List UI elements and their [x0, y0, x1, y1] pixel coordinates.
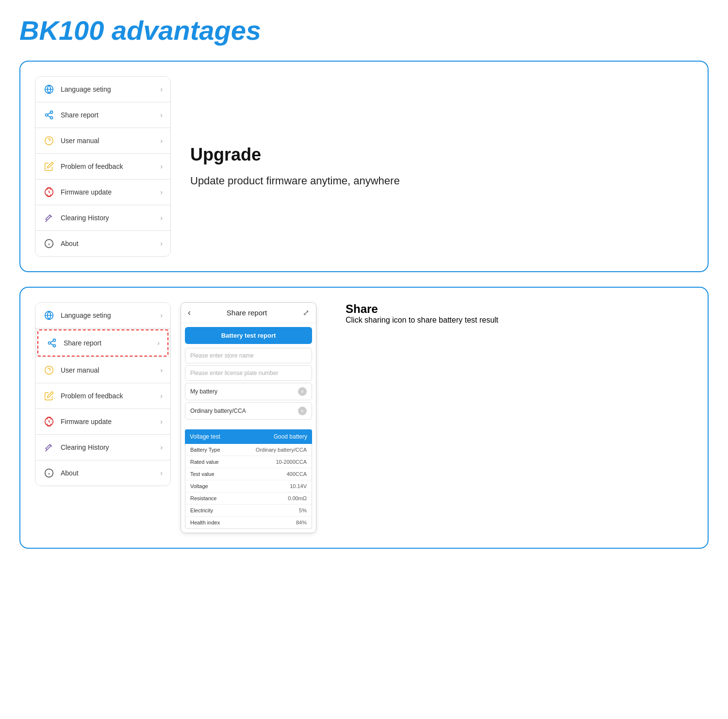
phone-header: ‹ Share report ⤢ — [181, 303, 316, 323]
menu-label-about: About — [61, 240, 154, 247]
globe-icon — [43, 310, 55, 321]
share-card: Language seting › Share report › User ma… — [19, 287, 709, 549]
table-row: Battery TypeOrdinary battery/CCA — [185, 444, 312, 456]
battery-report-btn[interactable]: Battery test report — [185, 327, 312, 344]
my-battery-label: My battery — [190, 388, 217, 395]
svg-point-4 — [50, 116, 53, 119]
upgrade-content: Upgrade Update product firmware anytime,… — [190, 145, 693, 189]
menu-label-feedback: Problem of feedback — [61, 163, 154, 170]
menu-item-clearing[interactable]: Clearing History › — [35, 435, 170, 460]
svg-line-5 — [48, 115, 50, 117]
plate-number-input[interactable]: Please enter license plate number — [185, 365, 312, 381]
menu-label-firmware: Firmware update — [61, 418, 154, 425]
svg-point-15 — [53, 339, 56, 342]
row-label: Electricity — [190, 507, 213, 513]
menu-label-feedback: Problem of feedback — [61, 392, 154, 400]
table-row: Rated value10-2000CCA — [185, 456, 312, 468]
menu-item-feedback[interactable]: Problem of feedback › — [35, 383, 170, 409]
menu-item-firmware[interactable]: Firmware update › — [35, 409, 170, 435]
chevron-icon: › — [160, 85, 163, 93]
svg-line-6 — [48, 113, 50, 114]
battery-table: Battery TypeOrdinary battery/CCARated va… — [185, 444, 312, 529]
row-label: Health index — [190, 520, 220, 525]
chevron-icon: › — [160, 137, 163, 145]
battery-type-clear[interactable]: × — [298, 407, 307, 415]
menu-item-user-manual[interactable]: User manual › — [35, 128, 170, 154]
table-row: Electricity5% — [185, 505, 312, 517]
row-value: 400CCA — [286, 471, 307, 477]
share-content: Share Click sharing icon to share batter… — [336, 302, 693, 325]
table-row: Voltage10.14V — [185, 480, 312, 492]
page-title: BK100 advantages — [19, 15, 709, 46]
menu-panel-share: Language seting › Share report › User ma… — [35, 302, 171, 486]
update-icon — [43, 186, 55, 198]
battery-type-label: Ordinary battery/CCA — [190, 408, 246, 414]
menu-item-about[interactable]: About › — [35, 231, 170, 256]
menu-item-clearing[interactable]: Clearing History › — [35, 205, 170, 231]
share-icon — [43, 109, 55, 121]
info-icon — [43, 467, 55, 479]
row-label: Resistance — [190, 495, 216, 501]
row-value: 84% — [296, 520, 307, 525]
menu-label-share: Share report — [64, 339, 151, 347]
row-label: Rated value — [190, 459, 219, 465]
menu-item-about[interactable]: About › — [35, 460, 170, 486]
menu-item-feedback[interactable]: Problem of feedback › — [35, 154, 170, 180]
battery-type-select[interactable]: Ordinary battery/CCA × — [185, 402, 312, 420]
my-battery-select[interactable]: My battery × — [185, 383, 312, 400]
table-row: Health index84% — [185, 517, 312, 528]
menu-label-user-manual: User manual — [61, 366, 154, 374]
table-row: Resistance0.00mΩ — [185, 492, 312, 505]
share-top-icon[interactable]: ⤢ — [303, 308, 309, 317]
chevron-icon: › — [160, 111, 163, 119]
upgrade-desc: Update product firmware anytime, anywher… — [190, 173, 693, 189]
back-icon[interactable]: ‹ — [188, 308, 191, 318]
share-icon — [46, 337, 58, 349]
chevron-icon: › — [160, 443, 163, 451]
share-phone-panel: ‹ Share report ⤢ Battery test report Ple… — [181, 302, 316, 533]
row-value: Ordinary battery/CCA — [256, 447, 307, 453]
menu-label-about: About — [61, 469, 154, 477]
menu-label-user-manual: User manual — [61, 137, 154, 145]
menu-item-firmware[interactable]: Firmware update › — [35, 180, 170, 205]
menu-panel-upgrade: Language seting › Share report › User ma… — [35, 76, 171, 257]
menu-label-clearing: Clearing History — [61, 443, 154, 451]
share-desc: Click sharing icon to share battery test… — [346, 316, 693, 325]
row-label: Battery Type — [190, 447, 220, 453]
share-left: Language seting › Share report › User ma… — [35, 302, 316, 533]
row-value: 0.00mΩ — [288, 495, 307, 501]
svg-point-17 — [53, 344, 56, 347]
my-battery-clear[interactable]: × — [298, 387, 307, 396]
menu-item-language[interactable]: Language seting › — [35, 77, 170, 102]
chevron-icon: › — [160, 366, 163, 374]
chevron-icon: › — [160, 163, 163, 170]
info-icon — [43, 238, 55, 249]
menu-label-clearing: Clearing History — [61, 214, 154, 222]
menu-item-share[interactable]: Share report › — [37, 329, 168, 357]
row-value: 10-2000CCA — [276, 459, 307, 465]
menu-label-language: Language seting — [61, 311, 154, 319]
share-title: Share — [346, 302, 693, 316]
menu-label-language: Language seting — [61, 85, 154, 93]
svg-point-2 — [50, 111, 53, 114]
menu-item-language[interactable]: Language seting › — [35, 303, 170, 328]
table-header-right: Good battery — [274, 433, 307, 440]
chevron-icon: › — [160, 214, 163, 222]
table-header-left: Voltage test — [190, 433, 220, 440]
menu-label-share: Share report — [61, 111, 154, 119]
globe-icon — [43, 83, 55, 95]
table-header: Voltage test Good battery — [185, 429, 312, 444]
menu-item-share[interactable]: Share report › — [35, 102, 170, 128]
question-icon — [43, 364, 55, 376]
upgrade-title: Upgrade — [190, 145, 693, 165]
chevron-icon: › — [160, 392, 163, 400]
row-value: 10.14V — [290, 483, 307, 489]
broom-icon — [43, 441, 55, 453]
menu-label-firmware: Firmware update — [61, 188, 154, 196]
row-label: Voltage — [190, 483, 208, 489]
menu-item-user-manual[interactable]: User manual › — [35, 358, 170, 383]
store-name-input[interactable]: Please enter store name — [185, 348, 312, 363]
chevron-icon: › — [160, 188, 163, 196]
broom-icon — [43, 212, 55, 224]
table-row: Test value400CCA — [185, 468, 312, 480]
